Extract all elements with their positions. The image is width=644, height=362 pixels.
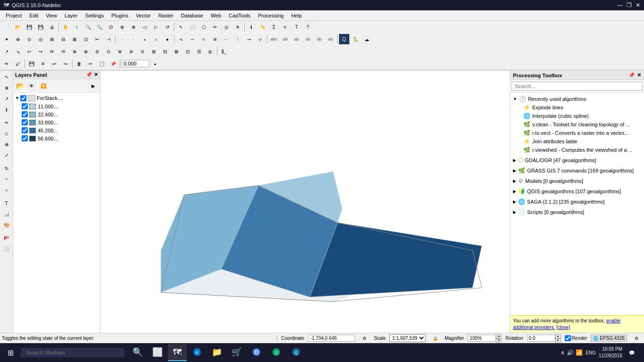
taskbar-up-arrow[interactable]: ∧ — [561, 349, 565, 356]
coordinate-value[interactable]: -1.704,0.646 — [308, 335, 355, 342]
menu-web[interactable]: Web — [207, 12, 225, 19]
taskbar-qgis-app[interactable]: 🗺 — [168, 344, 187, 361]
layer-item-2[interactable]: 22.400... — [14, 110, 99, 118]
dig8[interactable]: ⊡ — [81, 34, 91, 44]
zoom-out-btn[interactable]: 🔍 — [94, 22, 105, 32]
edit-roll[interactable]: ↩ — [49, 58, 59, 69]
snap3[interactable]: ∘ — [140, 34, 150, 44]
edit-redo[interactable]: ↪ — [60, 58, 71, 69]
left-ring[interactable]: ○ — [1, 185, 12, 195]
zoom-next-btn[interactable]: ▷ — [151, 22, 161, 32]
abc-label[interactable]: abc — [269, 34, 279, 44]
toolbox-search-input[interactable] — [512, 82, 643, 91]
toolbox-pin-icon[interactable]: 📌 — [628, 72, 635, 78]
left-move[interactable]: ⤢ — [1, 150, 12, 160]
abc-outline[interactable]: ab — [303, 34, 313, 44]
layer-group-checkbox[interactable] — [20, 95, 26, 101]
adv4[interactable]: ≋ — [210, 34, 220, 44]
select-poly-btn[interactable]: ⬡ — [198, 22, 209, 32]
adv-d5[interactable]: ⟳ — [47, 46, 57, 57]
left-plugin2[interactable]: ⬜ — [1, 244, 12, 254]
dig1[interactable]: ✦ — [1, 34, 12, 44]
open-project-btn[interactable]: 📂 — [13, 22, 23, 32]
layers-toggle-btn[interactable]: 👁 — [26, 81, 37, 91]
abc-extra[interactable]: ab — [325, 34, 336, 44]
dig9[interactable]: ⊢ — [92, 34, 102, 44]
left-pan[interactable]: ↖ — [1, 72, 12, 82]
save-as-btn[interactable]: 💾 — [35, 22, 46, 32]
cloud-btn[interactable]: ☁ — [362, 34, 372, 44]
adv8[interactable]: ⊹ — [255, 34, 265, 44]
python-btn[interactable]: 🐍 — [350, 34, 361, 44]
minimize-button[interactable]: — — [617, 2, 623, 8]
left-diagram[interactable]: 📊 — [1, 209, 12, 219]
recent-item-explode-lines[interactable]: ⚡ Explode lines — [512, 103, 642, 112]
crs-settings-btn[interactable]: ⚙ — [631, 333, 642, 344]
left-identify[interactable]: ℹ — [1, 104, 12, 115]
edit-paste[interactable]: 📌 — [108, 58, 118, 69]
taskbar-language[interactable]: ENG — [586, 350, 596, 355]
adv-d18[interactable]: ☰ — [194, 46, 204, 57]
pan-btn[interactable]: ✋ — [60, 22, 71, 32]
edit-save[interactable]: 💾 — [26, 58, 37, 69]
snap4[interactable]: ○ — [151, 34, 161, 44]
menu-project[interactable]: Project — [2, 12, 25, 19]
qgis-header[interactable]: ▶ 🔰 QGIS geoalgorithms [107 geoalgorithm… — [512, 187, 642, 196]
deselect-btn[interactable]: ✕ — [232, 22, 243, 32]
layer-5-checkbox[interactable] — [22, 135, 28, 141]
map-canvas[interactable] — [100, 71, 510, 333]
layer-group-forstack[interactable]: ▼ ForStack.... — [14, 94, 99, 102]
left-rotate[interactable]: ↻ — [1, 163, 12, 173]
dig5[interactable]: ⊞ — [47, 34, 57, 44]
taskbar-green-app[interactable]: G — [267, 344, 286, 361]
adv-d16[interactable]: ⊠ — [171, 46, 182, 57]
menu-cadtools[interactable]: CadTools — [225, 12, 254, 19]
adv-d13[interactable]: ⊝ — [137, 46, 148, 57]
dig6[interactable]: ⊟ — [58, 34, 68, 44]
gdal-header[interactable]: ▶ ⬡ GDAL/OGR [47 geoalgorithms] — [512, 156, 642, 165]
scripts-header[interactable]: ▶ 📄 Scripts [0 geoalgorithms] — [512, 208, 642, 216]
left-style[interactable]: 🎨 — [1, 220, 12, 230]
windows-start-button[interactable]: ⊞ — [2, 344, 19, 361]
dig2[interactable]: ⊕ — [13, 34, 23, 44]
menu-vector[interactable]: Vector — [132, 12, 154, 19]
left-zoom[interactable]: ⊕ — [1, 82, 12, 93]
magnifier-up[interactable]: ▲ — [496, 334, 502, 338]
adv-d3[interactable]: ↩ — [24, 46, 34, 57]
left-simplify[interactable]: ~ — [1, 174, 12, 184]
recent-item-rtovect[interactable]: 🌿 r.to.vect - Converts a raster into a v… — [512, 129, 642, 137]
identify-btn[interactable]: ℹ — [246, 22, 256, 32]
left-label[interactable]: T — [1, 198, 12, 208]
pan-arrow-btn[interactable]: ↕ — [72, 22, 82, 32]
layers-more-btn[interactable]: ▶ — [88, 81, 99, 91]
adv-d8[interactable]: ⊗ — [81, 46, 91, 57]
taskbar-edge[interactable]: e — [188, 344, 206, 361]
edit-cut[interactable]: ✂ — [85, 58, 96, 69]
taskbar-search-input[interactable] — [21, 348, 124, 357]
adv-d17[interactable]: ⊡ — [182, 46, 193, 57]
zoom-extent-btn[interactable]: ⊡ — [106, 22, 116, 32]
menu-database[interactable]: Database — [177, 12, 207, 19]
layer-4-checkbox[interactable] — [22, 127, 28, 133]
stats-btn[interactable]: Σ — [269, 22, 279, 32]
adv-d6[interactable]: ⟲ — [58, 46, 68, 57]
taskbar-chrome[interactable] — [247, 344, 266, 361]
zoom-prev-btn[interactable]: ◁ — [140, 22, 150, 32]
qgis-plugin-btn[interactable]: Q — [339, 34, 349, 44]
adv6[interactable]: ⋮ — [232, 34, 243, 44]
taskbar-clock[interactable]: 10:05 PM 11/29/2016 — [599, 346, 622, 359]
adv7[interactable]: ⊸ — [244, 34, 254, 44]
dig7[interactable]: ⊠ — [69, 34, 80, 44]
menu-edit[interactable]: Edit — [25, 12, 42, 19]
edit-spin-up[interactable]: ▲ — [150, 58, 160, 69]
snap2[interactable]: · — [128, 34, 139, 44]
term-btn[interactable]: $_ — [219, 46, 229, 57]
taskbar-store[interactable]: 🛒 — [227, 344, 246, 361]
layer-3-checkbox[interactable] — [22, 119, 28, 125]
recent-item-interpolate[interactable]: 🌐 Interpolate (cubic spline) — [512, 112, 642, 120]
adv-d11[interactable]: ⊛ — [115, 46, 125, 57]
left-plugin1[interactable]: P² — [1, 233, 12, 243]
layer-2-checkbox[interactable] — [22, 111, 28, 117]
edit-pen[interactable]: 🖊 — [13, 58, 23, 69]
grass-header[interactable]: ▶ 🌿 GRASS GIS 7 commands [169 geoalgorit… — [512, 166, 642, 175]
